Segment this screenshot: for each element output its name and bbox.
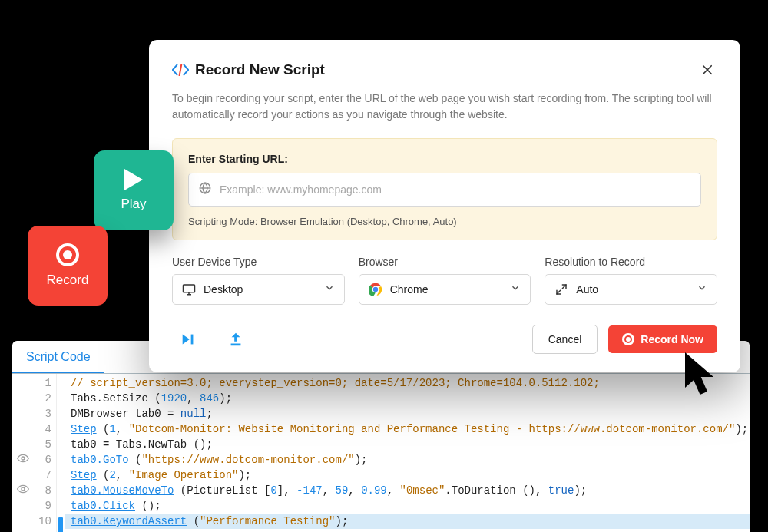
- browser-label: Browser: [359, 256, 531, 268]
- code-line: // script_version=3.0; everystep_version…: [71, 375, 743, 391]
- play-label: Play: [121, 197, 146, 212]
- close-button[interactable]: [697, 60, 717, 80]
- record-new-script-dialog: Record New Script To begin recording you…: [149, 40, 740, 372]
- record-now-label: Record Now: [641, 333, 703, 345]
- url-label: Enter Starting URL:: [188, 153, 701, 165]
- svg-line-2: [180, 64, 182, 76]
- expand-icon: [554, 284, 568, 295]
- visibility-gutter: [12, 374, 34, 532]
- line-number-gutter: 12345 678910: [34, 374, 57, 532]
- chrome-icon: [369, 284, 382, 295]
- record-tile[interactable]: Record: [28, 226, 108, 306]
- record-icon: [622, 333, 634, 345]
- monitor-icon: [182, 284, 196, 295]
- code-line: tab0 = Tabs.NewTab ();: [71, 437, 743, 452]
- resolution-label: Resolution to Record: [545, 256, 717, 268]
- code-line: tab0.Click ();: [71, 498, 743, 514]
- starting-url-section: Enter Starting URL: Scripting Mode: Brow…: [172, 138, 717, 240]
- play-tile[interactable]: Play: [94, 150, 174, 230]
- record-label: Record: [47, 273, 89, 288]
- code-line: tab0.MouseMoveTo (PictureList [0], -147,…: [71, 483, 743, 498]
- dialog-description: To begin recording your script, enter th…: [172, 91, 717, 123]
- play-icon: [124, 169, 143, 190]
- chevron-down-icon: [697, 283, 707, 296]
- record-now-button[interactable]: Record Now: [608, 325, 717, 353]
- eye-icon[interactable]: [12, 483, 34, 498]
- breakpoint-marker[interactable]: [58, 517, 63, 532]
- code-lines[interactable]: // script_version=3.0; everystep_version…: [65, 374, 750, 532]
- chevron-down-icon: [324, 283, 335, 296]
- starting-url-input[interactable]: [220, 183, 691, 196]
- tab-script-code[interactable]: Script Code: [12, 341, 104, 373]
- browser-select[interactable]: Chrome: [359, 274, 531, 305]
- device-type-select[interactable]: Desktop: [172, 274, 345, 305]
- svg-rect-15: [191, 335, 194, 345]
- step-forward-icon[interactable]: [180, 331, 197, 348]
- device-type-label: User Device Type: [172, 256, 345, 268]
- svg-point-0: [22, 457, 25, 460]
- code-line: tab0.KeywordAssert ("Performance Testing…: [65, 514, 750, 529]
- code-editor[interactable]: 12345 678910 // script_version=3.0; ever…: [12, 374, 750, 532]
- upload-icon[interactable]: [227, 331, 244, 348]
- globe-icon: [198, 181, 212, 198]
- code-line: Tabs.SetSize (1920, 846);: [71, 391, 743, 406]
- resolution-value: Auto: [576, 283, 689, 296]
- code-line: Step (1, "Dotcom-Monitor: Website Monito…: [71, 421, 743, 437]
- cancel-button[interactable]: Cancel: [532, 325, 598, 354]
- chevron-down-icon: [510, 283, 521, 296]
- svg-rect-16: [231, 344, 241, 346]
- code-line: DMBrowser tab0 = null;: [71, 406, 743, 421]
- svg-rect-7: [184, 285, 195, 292]
- url-input-wrap[interactable]: [188, 173, 701, 207]
- svg-point-1: [22, 487, 25, 491]
- eye-icon[interactable]: [12, 452, 34, 468]
- scripting-mode-text: Scripting Mode: Browser Emulation (Deskt…: [188, 216, 701, 227]
- browser-value: Chrome: [390, 283, 503, 296]
- dialog-title: Record New Script: [195, 61, 690, 78]
- code-icon: [172, 64, 187, 76]
- cursor-icon: [682, 352, 720, 398]
- device-type-value: Desktop: [204, 283, 316, 296]
- code-line: Step (2, "Image Operation");: [71, 468, 743, 483]
- resolution-select[interactable]: Auto: [545, 274, 717, 305]
- record-icon: [56, 243, 79, 266]
- breakpoint-gutter[interactable]: [57, 374, 65, 532]
- code-line: tab0.GoTo ("https://www.dotcom-monitor.c…: [71, 452, 743, 468]
